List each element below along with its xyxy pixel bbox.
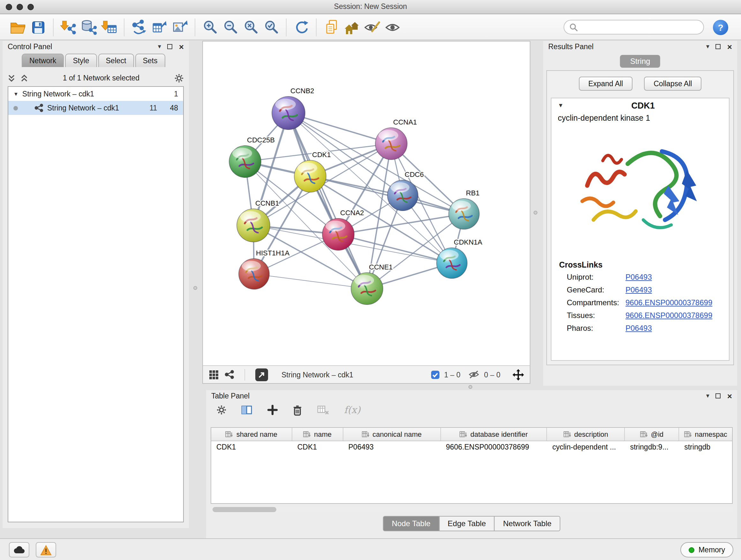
network-node-HIST1H1A[interactable]	[239, 259, 269, 289]
tab-network[interactable]: Network	[22, 54, 64, 67]
export-table-button[interactable]	[149, 17, 170, 37]
network-tree-root-row[interactable]: ▼ String Network – cdk1 1	[8, 87, 183, 101]
cloud-button[interactable]	[9, 542, 29, 557]
table-panel-close-icon[interactable]: ×	[727, 392, 732, 400]
import-table-file-button[interactable]	[99, 17, 119, 37]
column-header[interactable]: shared name	[211, 428, 292, 441]
table-settings-gear-icon[interactable]	[216, 405, 226, 415]
crosslink-label: Pharos:	[567, 324, 625, 333]
refresh-button[interactable]	[291, 17, 312, 37]
clone-network-button[interactable]	[321, 17, 341, 37]
import-network-file-button[interactable]	[58, 17, 78, 37]
network-node-RB1[interactable]	[449, 199, 479, 229]
delete-table-icon[interactable]	[317, 405, 329, 415]
network-node-CCNA1[interactable]	[375, 128, 407, 160]
network-node-CDKN1A[interactable]	[436, 248, 467, 278]
genemania-homes-button[interactable]	[341, 17, 362, 37]
import-network-database-button[interactable]	[78, 17, 99, 37]
save-session-button[interactable]	[28, 17, 49, 37]
move-crosshair-icon[interactable]	[513, 369, 524, 380]
zoom-fit-button[interactable]	[241, 17, 261, 37]
network-edge[interactable]	[338, 234, 452, 263]
table-panel-collapse-icon[interactable]: ▾	[706, 393, 710, 399]
delete-column-trash-icon[interactable]	[292, 405, 302, 415]
gear-icon[interactable]	[174, 73, 184, 83]
column-header[interactable]: namespac	[679, 428, 732, 441]
right-splitter-handle[interactable]	[534, 211, 537, 214]
tab-edge-table[interactable]: Edge Table	[439, 516, 495, 531]
crosslink-link[interactable]: 9606.ENSP00000378699	[625, 298, 712, 307]
memory-button[interactable]: Memory	[681, 542, 733, 557]
zoom-selected-button[interactable]	[261, 17, 281, 37]
open-session-button[interactable]	[8, 17, 28, 37]
network-node-CCNA2[interactable]	[322, 219, 354, 250]
network-node-CDC6[interactable]	[387, 180, 418, 211]
node-table[interactable]: shared name name canonical name database…	[211, 427, 733, 504]
column-header[interactable]: @id	[625, 428, 679, 441]
crosslink-link[interactable]: 9606.ENSP00000378699	[625, 311, 712, 320]
tab-style[interactable]: Style	[65, 54, 97, 67]
crosslink-link[interactable]: P06493	[625, 273, 652, 282]
table-row[interactable]: CDK1 CDK1 P06493 9606.ENSP00000378699 cy…	[211, 441, 732, 454]
bottom-splitter-handle[interactable]	[468, 385, 472, 389]
tree-expand-icon[interactable]: ▼	[13, 91, 18, 97]
column-header[interactable]: database identifier	[441, 428, 547, 441]
table-horizontal-scrollbar[interactable]	[211, 506, 733, 513]
results-panel-close-icon[interactable]: ×	[727, 43, 732, 51]
show-annotations-button[interactable]	[382, 17, 403, 37]
crosslink-link[interactable]: P06493	[625, 324, 652, 333]
column-header[interactable]: name	[292, 428, 343, 441]
function-builder-fx[interactable]: f(x)	[344, 404, 360, 416]
scrollbar-thumb[interactable]	[212, 507, 276, 512]
new-network-button[interactable]	[129, 17, 149, 37]
tab-sets[interactable]: Sets	[135, 54, 165, 67]
help-button[interactable]: ?	[713, 19, 728, 35]
toolbar-search[interactable]	[563, 20, 704, 35]
network-node-CDC25B[interactable]	[229, 145, 261, 178]
hide-annotations-button[interactable]	[362, 17, 382, 37]
share-view-icon[interactable]	[225, 370, 234, 379]
cloud-icon	[13, 545, 25, 554]
table-panel-tabs: Node Table Edge Table Network Table	[383, 516, 560, 531]
selected-checkbox-icon[interactable]	[431, 370, 440, 379]
search-input[interactable]	[581, 23, 698, 32]
open-in-browser-button[interactable]	[255, 368, 268, 381]
section-collapse-icon[interactable]: ▼	[558, 102, 563, 109]
network-node-CDK1[interactable]	[294, 160, 326, 192]
tab-network-table[interactable]: Network Table	[494, 516, 561, 531]
tab-select[interactable]: Select	[98, 54, 134, 67]
birdseye-grid-icon[interactable]	[209, 369, 219, 380]
network-node-CCNB1[interactable]	[237, 209, 270, 242]
network-node-CCNB2[interactable]	[272, 97, 305, 130]
show-columns-icon[interactable]	[241, 405, 253, 415]
string-results-tab[interactable]: String	[620, 55, 661, 68]
left-splitter-handle[interactable]	[193, 286, 197, 290]
network-edge[interactable]	[288, 113, 367, 289]
hidden-eye-slash-icon[interactable]	[469, 370, 480, 379]
tab-node-table[interactable]: Node Table	[383, 516, 440, 531]
string-results-box: Expand All Collapse All ▼ CDK1 cyclin-de…	[546, 70, 734, 365]
expand-all-chevrons-icon[interactable]	[8, 74, 15, 82]
warnings-button[interactable]	[36, 542, 56, 557]
table-panel-float-icon[interactable]	[716, 393, 721, 398]
control-panel-close-icon[interactable]: ×	[179, 43, 184, 51]
network-edge[interactable]	[254, 274, 367, 289]
export-image-button[interactable]	[170, 17, 190, 37]
zoom-out-button[interactable]	[220, 17, 241, 37]
results-panel-float-icon[interactable]	[716, 44, 721, 49]
crosslink-link[interactable]: P06493	[625, 286, 652, 294]
column-header[interactable]: description	[547, 428, 625, 441]
network-node-CCNE1[interactable]	[351, 273, 383, 305]
results-panel-collapse-icon[interactable]: ▾	[706, 44, 710, 50]
network-tree-child-row[interactable]: String Network – cdk1 11 48	[8, 101, 183, 115]
add-column-plus-icon[interactable]	[267, 405, 278, 415]
network-edge[interactable]	[310, 176, 464, 214]
zoom-in-button[interactable]	[200, 17, 220, 37]
control-panel-float-icon[interactable]	[167, 44, 173, 49]
collapse-all-button[interactable]: Collapse All	[644, 77, 701, 91]
control-panel-collapse-icon[interactable]: ▾	[158, 44, 161, 50]
column-header[interactable]: canonical name	[343, 428, 441, 441]
network-canvas[interactable]: CCNB2CCNA1CDC25BCDK1CDC6RB1CCNB1CCNA2CDK…	[203, 42, 530, 365]
expand-all-button[interactable]: Expand All	[579, 77, 633, 91]
collapse-all-chevrons-icon[interactable]	[20, 74, 28, 82]
